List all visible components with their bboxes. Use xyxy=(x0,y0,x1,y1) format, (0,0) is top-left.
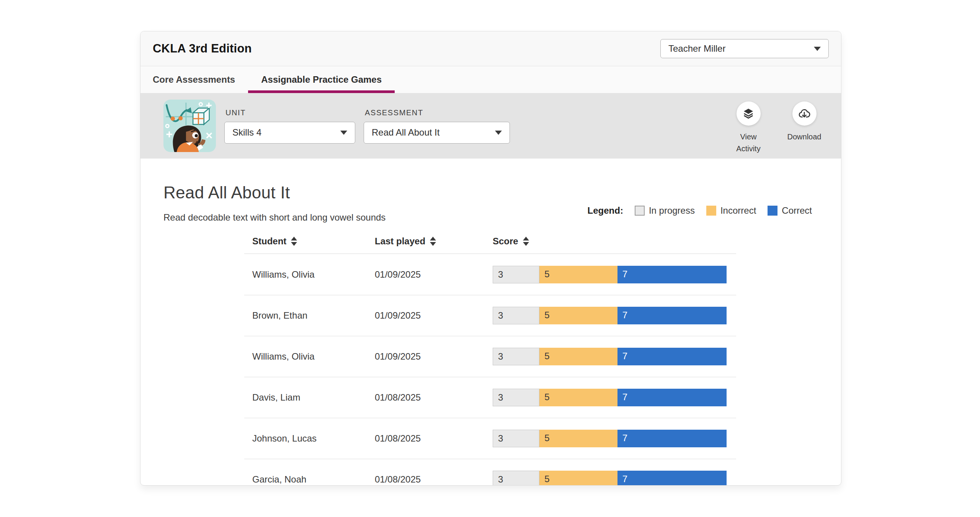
column-header-last-played: Last played xyxy=(375,236,490,247)
score-bar: 3 5 7 xyxy=(493,307,727,324)
view-activity-circle[interactable] xyxy=(737,101,761,126)
table-row: Williams, Olivia 01/09/2025 3 5 7 xyxy=(244,336,736,377)
student-name: Garcia, Noah xyxy=(244,474,375,485)
student-name: Williams, Olivia xyxy=(244,351,375,362)
score-bar: 3 5 7 xyxy=(493,389,727,406)
chevron-down-icon xyxy=(340,131,347,135)
chevron-down-icon xyxy=(495,131,502,135)
last-played: 01/08/2025 xyxy=(375,392,490,403)
score-legend: Legend: In progress Incorrect Correct xyxy=(588,205,812,216)
cloud-download-icon xyxy=(798,107,811,120)
score-segment-incorrect: 5 xyxy=(539,348,617,365)
student-name: Johnson, Lucas xyxy=(244,433,375,444)
tab-core-assessments[interactable]: Core Assessments xyxy=(152,66,236,93)
table-row: Brown, Ethan 01/09/2025 3 5 7 xyxy=(244,295,736,336)
score-segment-incorrect: 5 xyxy=(539,471,617,486)
last-played: 01/08/2025 xyxy=(375,433,490,444)
assessment-select-value: Read All About It xyxy=(372,127,439,138)
student-score-table: Student Last played Score Williams, Oliv… xyxy=(244,236,736,486)
layers-icon xyxy=(742,108,755,120)
legend-title: Legend: xyxy=(588,205,623,216)
assessment-select[interactable]: Read All About It xyxy=(364,122,510,144)
student-name: Brown, Ethan xyxy=(244,310,375,321)
teacher-select[interactable]: Teacher Miller xyxy=(660,39,829,58)
unit-select-value: Skills 4 xyxy=(232,127,261,138)
score-segment-correct: 7 xyxy=(617,471,727,486)
chevron-down-icon xyxy=(814,47,821,51)
student-name: Davis, Liam xyxy=(244,392,375,403)
table-row: Garcia, Noah 01/08/2025 3 5 7 xyxy=(244,459,736,486)
last-played: 01/08/2025 xyxy=(375,474,490,485)
score-bar: 3 5 7 xyxy=(493,348,727,365)
score-segment-correct: 7 xyxy=(617,348,727,365)
assessment-content: Read All About It Read decodable text wi… xyxy=(140,159,841,486)
assessment-filter-group: ASSESSMENT Read All About It xyxy=(364,108,510,144)
table-row: Davis, Liam 01/08/2025 3 5 7 xyxy=(244,377,736,418)
unit-label: UNIT xyxy=(225,108,355,117)
score-segment-correct: 7 xyxy=(617,266,727,283)
filter-band: UNIT Skills 4 ASSESSMENT Read All About … xyxy=(140,93,841,159)
score-segment-in_progress: 3 xyxy=(493,307,539,324)
sort-score-button[interactable] xyxy=(523,237,529,246)
score-segment-correct: 7 xyxy=(617,389,727,406)
assessment-title: Read All About It xyxy=(163,183,841,202)
view-activity-button[interactable]: View Activity xyxy=(727,101,770,155)
incorrect-swatch xyxy=(706,206,716,216)
last-played: 01/09/2025 xyxy=(375,310,490,321)
score-segment-in_progress: 3 xyxy=(493,430,539,447)
ckla-report-card: CKLA 3rd Edition Teacher Miller Core Ass… xyxy=(140,31,841,486)
score-bar: 3 5 7 xyxy=(493,430,727,447)
column-header-student: Student xyxy=(244,236,375,247)
teacher-select-value: Teacher Miller xyxy=(668,43,725,54)
download-circle[interactable] xyxy=(792,101,817,126)
sort-last-played-button[interactable] xyxy=(430,237,436,246)
action-buttons: View Activity Download xyxy=(727,101,826,155)
table-body: Williams, Olivia 01/09/2025 3 5 7 Brown,… xyxy=(244,254,736,486)
score-segment-incorrect: 5 xyxy=(539,266,617,283)
tabs-bar: Core Assessments Assignable Practice Gam… xyxy=(140,66,841,93)
unit-filter-group: UNIT Skills 4 xyxy=(224,108,355,144)
score-segment-in_progress: 3 xyxy=(493,389,539,406)
legend-item-in-progress: In progress xyxy=(635,205,695,216)
last-played: 01/09/2025 xyxy=(375,269,490,280)
download-button[interactable]: Download xyxy=(783,101,826,155)
table-header: Student Last played Score xyxy=(244,236,736,254)
tab-assignable-practice-games[interactable]: Assignable Practice Games xyxy=(248,66,395,93)
score-segment-correct: 7 xyxy=(617,430,727,447)
score-segment-incorrect: 5 xyxy=(539,307,617,324)
sort-student-button[interactable] xyxy=(291,237,297,246)
score-segment-correct: 7 xyxy=(617,307,727,324)
page-title: CKLA 3rd Edition xyxy=(153,42,252,56)
score-bar: 3 5 7 xyxy=(493,471,727,486)
last-played: 01/09/2025 xyxy=(375,351,490,362)
score-segment-in_progress: 3 xyxy=(493,266,539,283)
assessment-avatar-illustration xyxy=(163,100,216,152)
correct-swatch xyxy=(768,206,777,216)
score-segment-in_progress: 3 xyxy=(493,471,539,486)
legend-item-incorrect: Incorrect xyxy=(706,205,756,216)
score-segment-incorrect: 5 xyxy=(539,430,617,447)
score-segment-in_progress: 3 xyxy=(493,348,539,365)
table-row: Johnson, Lucas 01/08/2025 3 5 7 xyxy=(244,418,736,459)
download-label: Download xyxy=(787,131,822,143)
column-header-score: Score xyxy=(490,236,736,247)
view-activity-label: View Activity xyxy=(732,131,765,155)
score-segment-incorrect: 5 xyxy=(539,389,617,406)
table-row: Williams, Olivia 01/09/2025 3 5 7 xyxy=(244,254,736,295)
card-header: CKLA 3rd Edition Teacher Miller xyxy=(140,31,841,66)
unit-select[interactable]: Skills 4 xyxy=(224,122,355,144)
assessment-label: ASSESSMENT xyxy=(365,108,510,117)
score-bar: 3 5 7 xyxy=(493,266,727,283)
in-progress-swatch xyxy=(635,206,645,216)
student-name: Williams, Olivia xyxy=(244,269,375,280)
legend-item-correct: Correct xyxy=(768,205,812,216)
